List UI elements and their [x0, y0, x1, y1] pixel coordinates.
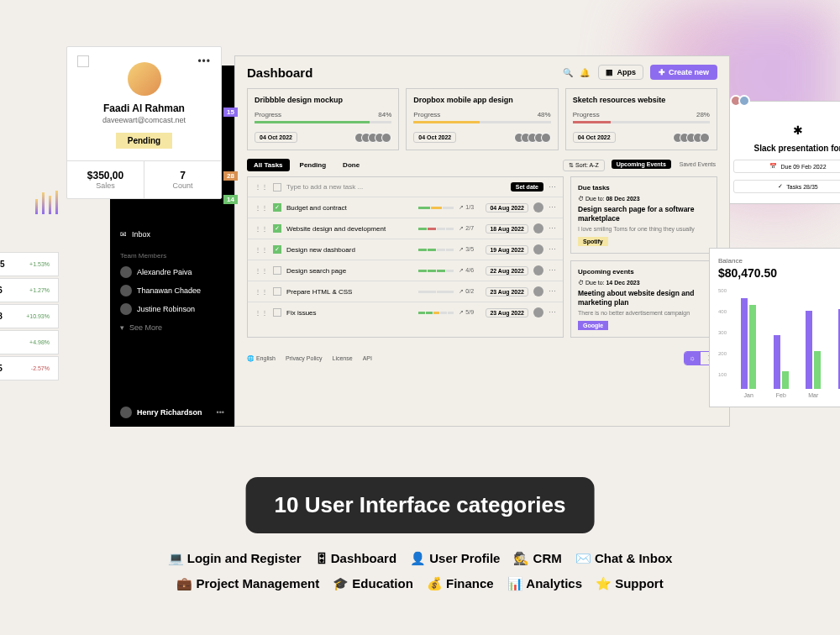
task-list: ⋮⋮Type to add a new task ...Set date⋯⋮⋮ … [247, 176, 564, 338]
finance-row[interactable]: $23,869.5+1.53% [0, 252, 59, 276]
tab-pending[interactable]: Pending [293, 159, 333, 171]
bell-icon[interactable]: 🔔 [580, 68, 590, 77]
search-icon[interactable]: 🔍 [563, 68, 573, 77]
more-icon[interactable]: ••• [217, 408, 224, 417]
checkbox-icon[interactable]: ✓ [273, 224, 281, 233]
tab-all-tasks[interactable]: All Tasks [247, 159, 290, 171]
event-card[interactable]: Upcoming events ⏱ Due to: 14 Dec 2023 Me… [570, 260, 717, 338]
drag-icon[interactable]: ⋮⋮ [255, 309, 268, 317]
api-link[interactable]: API [363, 355, 372, 361]
avatar [533, 286, 543, 297]
privacy-link[interactable]: Privacy Policy [286, 355, 323, 361]
progress-segments [418, 291, 454, 293]
drag-icon[interactable]: ⋮⋮ [255, 267, 268, 275]
avatar [533, 307, 543, 318]
finance-row[interactable]: $1400.36+1.27% [0, 278, 59, 302]
team-member-row[interactable]: Alexandre Paiva [110, 263, 234, 281]
more-icon[interactable]: ⋯ [549, 245, 556, 254]
page-title: Dashboard [247, 66, 556, 80]
sort-button[interactable]: ⇅ Sort: A-Z [563, 160, 605, 171]
drag-icon[interactable]: ⋮⋮ [255, 246, 268, 254]
team-member-row[interactable]: Thanawan Chadee [110, 281, 234, 300]
progress-card[interactable]: Dribbble design mockup Progress84% 04 Oc… [247, 88, 399, 150]
more-icon[interactable]: ⋯ [549, 308, 556, 317]
checkbox-icon[interactable] [273, 287, 281, 296]
date-chip: 19 Aug 2022 [486, 245, 528, 255]
drag-icon[interactable]: ⋮⋮ [255, 225, 268, 233]
progress-segments [418, 312, 454, 314]
checkbox-icon[interactable]: ✓ [273, 203, 281, 212]
slack-title: Slack presentation for [733, 144, 840, 153]
finance-strip: $23,869.5+1.53%$1400.36+1.27%$0.33398+10… [0, 252, 59, 382]
task-row[interactable]: ⋮⋮ Fix issues ↗ 5/9 23 Aug 2022 ⋯ [248, 302, 563, 323]
team-member-row[interactable]: Justine Robinson [110, 300, 234, 318]
balance-card: Balance↗ $80,470.50 +10% 500400300200100… [709, 248, 840, 407]
source-badge: Google [578, 321, 608, 330]
more-icon[interactable]: ⋯ [549, 183, 556, 192]
task-row[interactable]: ⋮⋮ Design search page ↗ 4/6 22 Aug 2022 … [248, 260, 563, 281]
task-row[interactable]: ⋮⋮ ✓ Budget and contract ↗ 1/3 04 Aug 20… [248, 197, 563, 218]
sidebar-footer[interactable]: Henry Richardson ••• [120, 407, 224, 418]
due-date-chip: 📅 Due 09 Feb 2022 [733, 160, 840, 173]
finance-row[interactable]: $0.99655-2.57% [0, 356, 59, 380]
tab-saved-events[interactable]: Saved Events [678, 160, 717, 169]
tab-upcoming-events[interactable]: Upcoming Events [612, 160, 671, 169]
category-item: 🕵 CRM [513, 551, 561, 565]
checkbox-icon[interactable] [273, 266, 281, 275]
set-date-button[interactable]: Set date [511, 182, 543, 192]
headline: 10 User Interface categories [246, 477, 595, 533]
tab-done[interactable]: Done [336, 159, 366, 171]
more-icon[interactable]: ⋯ [549, 266, 556, 275]
progress-segments [418, 270, 454, 272]
team-members-label: Team Members [110, 244, 234, 263]
date-chip: 23 Aug 2022 [486, 308, 528, 318]
dashboard-window: Dashboard 🔍 🔔 ▦Apps ✚Create new Dribbble… [234, 55, 730, 427]
balance-label: Balance [718, 257, 743, 265]
more-icon[interactable]: ••• [197, 55, 211, 67]
checkbox-icon[interactable] [273, 183, 281, 192]
count-value: 7 [148, 170, 218, 181]
more-icon[interactable]: ⋯ [549, 224, 556, 233]
task-row[interactable]: ⋮⋮ ✓ Website design and development ↗ 2/… [248, 218, 563, 239]
badge-count: 14 [223, 195, 238, 204]
avatar [533, 202, 543, 213]
drag-icon[interactable]: ⋮⋮ [255, 288, 268, 296]
checkbox-icon[interactable] [77, 55, 89, 67]
progress-card[interactable]: Sketch resources website Progress28% 04 … [565, 88, 717, 150]
checkbox-icon[interactable] [273, 308, 281, 317]
see-more-link[interactable]: ▾See More [110, 318, 234, 337]
language-toggle[interactable]: 🌐 English [247, 355, 276, 362]
event-card[interactable]: Due tasks ⏱ Due to: 08 Dec 2023 Design s… [570, 176, 717, 254]
checkbox-icon[interactable]: ✓ [273, 245, 281, 254]
category-item: 💼 Project Management [176, 576, 319, 590]
plus-icon: ✚ [659, 68, 665, 76]
task-row[interactable]: ⋮⋮ Prepare HTML & CSS ↗ 0/2 23 Aug 2022 … [248, 281, 563, 302]
source-badge: Spotify [578, 237, 608, 246]
date-chip: 04 Aug 2022 [486, 203, 528, 213]
finance-row[interactable]: $46.521+4.98% [0, 330, 59, 354]
more-icon[interactable]: ⋯ [549, 287, 556, 296]
date-chip: 04 Oct 2022 [573, 132, 616, 143]
date-chip: 22 Aug 2022 [486, 266, 528, 276]
avatar [120, 266, 132, 278]
profile-name: Faadi Al Rahman [77, 102, 211, 114]
create-new-button[interactable]: ✚Create new [650, 65, 717, 80]
profile-card: ••• Faadi Al Rahman daveewart@comcast.ne… [66, 46, 222, 199]
profile-email: daveewart@comcast.net [77, 116, 211, 124]
drag-icon[interactable]: ⋮⋮ [255, 204, 268, 212]
balance-chart: 500400300200100 [718, 288, 840, 389]
task-row[interactable]: ⋮⋮ ✓ Design new dashboard ↗ 3/5 19 Aug 2… [248, 239, 563, 260]
category-list: 💻 Login and Register🎛 Dashboard👤 User Pr… [92, 546, 748, 596]
assignee-avatars [517, 133, 551, 143]
apps-button[interactable]: ▦Apps [598, 65, 643, 80]
progress-card[interactable]: Dropbox mobile app design Progress48% 04… [406, 88, 558, 150]
category-item: ✉️ Chat & Inbox [575, 551, 673, 565]
finance-row[interactable]: $0.33398+10.93% [0, 304, 59, 328]
avatar [120, 285, 132, 297]
sidebar-item-inbox[interactable]: ✉Inbox [110, 225, 234, 244]
license-link[interactable]: License [333, 355, 353, 361]
more-icon[interactable]: ⋯ [549, 203, 556, 212]
add-task-row[interactable]: ⋮⋮Type to add a new task ...Set date⋯ [248, 177, 563, 197]
progress-segments [418, 249, 454, 251]
category-item: 💰 Finance [427, 576, 494, 590]
